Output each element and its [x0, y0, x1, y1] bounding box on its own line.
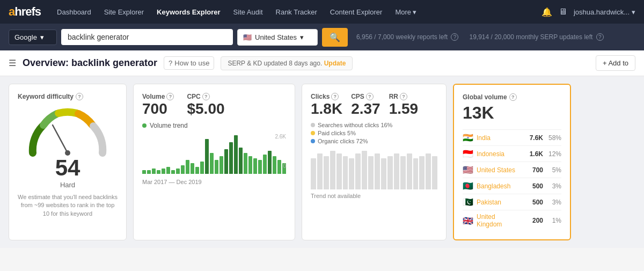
- country-count: 7.6K: [524, 134, 543, 142]
- country-flag: 🇮🇩: [463, 149, 473, 159]
- no-clicks-dot: [311, 123, 315, 127]
- global-info-icon[interactable]: ?: [509, 93, 517, 101]
- country-count: 1.6K: [524, 150, 543, 158]
- country-flag: 🇵🇰: [463, 197, 473, 207]
- kd-card: Keyword difficulty ? 54 Hard We estimate…: [9, 84, 127, 240]
- bar-item: [244, 153, 247, 174]
- cps-info-icon[interactable]: ?: [366, 93, 374, 100]
- volume-metric: Volume ? 700: [142, 93, 174, 118]
- kd-value: 54: [18, 155, 118, 181]
- chevron-down-icon: ▾: [413, 8, 416, 16]
- bar-item: [277, 160, 281, 174]
- volume-info-icon[interactable]: ?: [166, 93, 174, 100]
- bar-item: [162, 169, 165, 174]
- legend-paid-clicks: Paid clicks 5%: [311, 130, 437, 136]
- trend-bar-item: [349, 158, 354, 189]
- clicks-card: Clicks ? 1.8K CPS ? 2.37 RR ? 1.59: [302, 84, 447, 240]
- trend-bar-item: [387, 156, 393, 189]
- global-volume-card: Global volume ? 13K 🇮🇳 India 7.6K 58% 🇮🇩…: [453, 84, 571, 240]
- add-to-button[interactable]: + Add to: [596, 55, 635, 71]
- hamburger-icon[interactable]: ☰: [9, 58, 16, 68]
- country-name[interactable]: Pakistan: [477, 199, 521, 206]
- country-row: 🇵🇰 Pakistan 500 3%: [463, 194, 561, 210]
- monitor-icon[interactable]: 🖥: [559, 7, 567, 17]
- question-icon: ?: [169, 59, 172, 67]
- clicks-info-icon[interactable]: ?: [331, 93, 339, 100]
- chevron-down-icon: ▾: [40, 33, 44, 41]
- nav-site-explorer[interactable]: Site Explorer: [99, 0, 149, 24]
- cpc-info-icon[interactable]: ?: [202, 93, 210, 100]
- search-input[interactable]: [61, 29, 233, 45]
- bar-item: [229, 142, 233, 174]
- trend-bar-item: [336, 153, 342, 189]
- nav-dashboard[interactable]: Dashboard: [52, 0, 97, 24]
- country-name[interactable]: United Kingdom: [477, 213, 521, 228]
- bar-item: [195, 167, 199, 174]
- monthly-info-icon[interactable]: ?: [596, 33, 604, 41]
- bar-item: [191, 163, 194, 174]
- country-row: 🇬🇧 United Kingdom 200 1%: [463, 210, 561, 231]
- organic-clicks-dot: [311, 139, 315, 143]
- overview-header: ☰ Overview: backlink generator ? How to …: [0, 50, 644, 76]
- bar-item: [234, 135, 238, 174]
- page-title: Overview: backlink generator: [23, 57, 157, 69]
- search-bar: Google ▾ 🇺🇸 United States ▾ 🔍 6,956 / 7,…: [0, 24, 644, 50]
- bar-item: [253, 158, 257, 174]
- country-name[interactable]: Bangladesh: [477, 182, 521, 190]
- search-button[interactable]: 🔍: [322, 28, 348, 47]
- trend-bar-item: [324, 156, 329, 189]
- bar-item: [224, 149, 228, 174]
- nav-keywords-explorer[interactable]: Keywords Explorer: [151, 0, 226, 24]
- trend-bar-item: [375, 153, 380, 189]
- cpc-value: $5.00: [187, 100, 224, 118]
- update-link[interactable]: Update: [324, 60, 346, 67]
- country-list: 🇮🇳 India 7.6K 58% 🇮🇩 Indonesia 1.6K 12% …: [463, 129, 561, 231]
- nav-more[interactable]: More ▾: [390, 0, 422, 24]
- country-flag: 🇺🇸: [463, 165, 473, 175]
- nav-content-explorer[interactable]: Content Explorer: [325, 0, 388, 24]
- how-to-use-button[interactable]: ? How to use: [164, 56, 214, 70]
- kd-sublabel: Hard: [18, 181, 118, 189]
- chevron-down-icon: ▾: [632, 8, 635, 16]
- volume-value: 700: [142, 100, 174, 118]
- rr-info-icon[interactable]: ?: [400, 93, 407, 100]
- country-name[interactable]: India: [477, 134, 521, 142]
- logo[interactable]: ahrefs: [9, 5, 41, 19]
- kd-info-icon[interactable]: ?: [76, 93, 83, 100]
- country-name[interactable]: United States: [477, 166, 521, 174]
- trend-bar-item: [311, 158, 316, 189]
- trend-bar-item: [419, 156, 425, 189]
- country-pct: 3%: [546, 199, 561, 206]
- chart-date: Mar 2017 — Dec 2019: [142, 179, 286, 185]
- cps-value: 2.37: [351, 100, 380, 118]
- bell-icon[interactable]: 🔔: [541, 7, 552, 17]
- user-menu[interactable]: joshua.hardwick... ▾: [574, 8, 635, 16]
- country-row: 🇺🇸 United States 700 5%: [463, 162, 561, 178]
- bar-chart: [142, 134, 286, 174]
- bar-item: [157, 170, 160, 174]
- bar-item: [268, 151, 272, 174]
- volume-trend: Volume trend: [142, 122, 286, 129]
- bar-item: [248, 156, 252, 174]
- country-pct: 58%: [546, 134, 561, 142]
- weekly-info-icon[interactable]: ?: [451, 33, 458, 41]
- clicks-metrics-row: Clicks ? 1.8K CPS ? 2.37 RR ? 1.59: [311, 93, 437, 118]
- engine-select[interactable]: Google ▾: [9, 30, 57, 45]
- trend-bar-item: [432, 156, 437, 189]
- country-select[interactable]: 🇺🇸 United States ▾: [237, 29, 318, 46]
- nav-rank-tracker[interactable]: Rank Tracker: [270, 0, 323, 24]
- bar-item: [210, 153, 214, 174]
- content-area: Keyword difficulty ? 54 Hard We estimate…: [0, 76, 644, 248]
- chevron-down-icon: ▾: [300, 33, 304, 41]
- clicks-trend-chart: [311, 147, 437, 189]
- volume-metrics-row: Volume ? 700 CPC ? $5.00: [142, 93, 286, 118]
- country-flag: 🇧🇩: [463, 181, 473, 191]
- kd-label: Keyword difficulty ?: [18, 93, 118, 100]
- nav-site-audit[interactable]: Site Audit: [228, 0, 268, 24]
- bar-item: [263, 155, 267, 174]
- country-flag: 🇬🇧: [463, 216, 473, 226]
- bar-item: [239, 148, 243, 174]
- gauge-chart: [25, 105, 111, 153]
- trend-bar-item: [426, 153, 431, 189]
- country-name[interactable]: Indonesia: [477, 150, 521, 158]
